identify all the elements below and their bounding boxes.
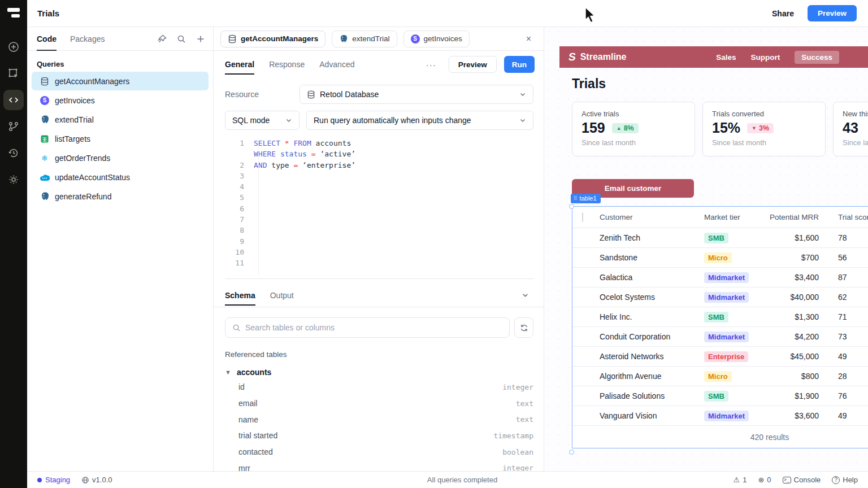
query-item-generateRefund[interactable]: generateRefund xyxy=(32,187,209,206)
subtab-advanced[interactable]: Advanced xyxy=(319,51,354,78)
snowflake-icon: ❄ xyxy=(40,153,50,163)
plus-icon[interactable] xyxy=(196,34,205,43)
caret-down-icon: ▼ xyxy=(225,369,231,376)
schema-field-mrr[interactable]: mrrinteger xyxy=(214,460,544,471)
retool-logo-icon[interactable] xyxy=(7,8,20,18)
sql-code-editor[interactable]: 1SELECT * FROM accountsWHERE status = ‘a… xyxy=(225,138,533,275)
customers-table[interactable]: Customer Market tier Potential MRR Trial… xyxy=(572,206,868,448)
history-icon[interactable] xyxy=(3,143,24,163)
nav-link-sales[interactable]: Sales xyxy=(716,53,736,62)
chevron-down-icon xyxy=(285,117,292,124)
schema-table-accounts[interactable]: ▼ accounts xyxy=(225,368,544,377)
queries-status-text: All queries completed xyxy=(377,476,547,484)
schema-search-input[interactable]: Search tables or columns xyxy=(225,317,510,338)
nav-link-support[interactable]: Support xyxy=(750,53,780,62)
queries-panel-tabbar: Code Packages xyxy=(27,27,213,51)
nav-link-success[interactable]: Success xyxy=(795,51,839,64)
tab-code[interactable]: Code xyxy=(37,27,57,51)
table-row[interactable]: Conduit CorporationMidmarket$4,20073 xyxy=(572,327,868,347)
overflow-menu-icon[interactable]: ··· xyxy=(420,60,442,69)
query-preview-button[interactable]: Preview xyxy=(449,56,497,73)
query-mode-select[interactable]: SQL mode xyxy=(225,111,300,130)
code-line: 5 xyxy=(225,192,533,203)
stat-card-active-trials: Active trials159▲8%Since last month xyxy=(572,102,695,156)
editor-tab-extendTrial[interactable]: extendTrial xyxy=(332,30,397,47)
settings-gear-icon[interactable] xyxy=(3,169,24,190)
globe-icon xyxy=(81,476,89,484)
schema-field-id[interactable]: idinteger xyxy=(214,379,544,395)
code-icon[interactable] xyxy=(3,90,24,110)
share-button[interactable]: Share xyxy=(765,5,801,22)
help-button[interactable]: ? Help xyxy=(832,476,858,484)
resource-select[interactable]: Retool Database xyxy=(300,85,533,104)
table-row[interactable]: Ocelot SystemsMidmarket$40,00062 xyxy=(572,287,868,307)
query-item-label: getOrderTrends xyxy=(55,154,110,163)
table1-selection-tag[interactable]: ⠿ table1 xyxy=(571,194,601,203)
preview-app-button[interactable]: Preview xyxy=(808,5,857,21)
tab-output[interactable]: Output xyxy=(270,282,294,309)
table-row[interactable]: Helix Inc.SMB$1,30071 xyxy=(572,307,868,327)
table-row[interactable]: Asteroid NetworksEnterprise$45,00049 xyxy=(572,347,868,367)
collapse-chevron-icon[interactable] xyxy=(516,291,535,299)
stats-row: Active trials159▲8%Since last monthTrial… xyxy=(572,102,868,156)
query-item-listTargets[interactable]: listTargets xyxy=(32,129,209,148)
branch-icon[interactable] xyxy=(3,116,24,137)
pin-icon[interactable] xyxy=(158,34,167,43)
editor-tab-getInvoices[interactable]: SgetInvoices xyxy=(403,30,470,47)
cell-score: 28 xyxy=(819,372,868,381)
schema-field-trial started[interactable]: trial startedtimestamp xyxy=(214,428,544,444)
errors-indicator[interactable]: ⊗ 0 xyxy=(758,476,771,484)
schema-field-contacted[interactable]: contactedboolean xyxy=(214,444,544,460)
table-row[interactable]: Algorithm AvenueMicro$80028 xyxy=(572,367,868,386)
code-line: 6 xyxy=(225,203,533,214)
warning-icon: ⚠ xyxy=(734,476,740,484)
col-header-market-tier[interactable]: Market tier xyxy=(704,213,761,221)
table-row[interactable]: Palisade SolutionsSMB$1,90076 xyxy=(572,386,868,406)
table-row[interactable]: Zenith TechSMB$1,60078 xyxy=(572,228,868,248)
mode-value: SQL mode xyxy=(232,116,270,125)
add-icon[interactable] xyxy=(3,37,24,57)
cell-customer: Vanguard Vision xyxy=(600,411,704,420)
query-item-getOrderTrends[interactable]: ❄getOrderTrends xyxy=(32,149,209,167)
table-row[interactable]: Vanguard VisionMidmarket$3,60049 xyxy=(572,406,868,426)
editor-tab-getAccountManagers[interactable]: getAccountManagers xyxy=(220,30,326,47)
subtab-response[interactable]: Response xyxy=(269,51,305,78)
table-row[interactable]: SandstoneMicro$70056 xyxy=(572,248,868,268)
select-all-checkbox[interactable] xyxy=(582,212,583,222)
version-indicator[interactable]: v1.0.0 xyxy=(81,476,112,484)
col-header-customer[interactable]: Customer xyxy=(600,213,704,221)
search-icon[interactable] xyxy=(177,34,186,43)
run-trigger-select[interactable]: Run query automatically when inputs chan… xyxy=(306,111,533,130)
col-header-trial-score[interactable]: Trial score xyxy=(819,213,868,221)
subtab-general[interactable]: General xyxy=(225,51,254,78)
tab-packages[interactable]: Packages xyxy=(70,27,105,51)
query-item-getInvoices[interactable]: SgetInvoices xyxy=(32,91,209,110)
close-tab-icon[interactable]: × xyxy=(522,32,536,46)
resize-handle[interactable] xyxy=(569,204,574,209)
query-item-getAccountManagers[interactable]: getAccountManagers xyxy=(32,72,209,90)
cell-customer: Ocelot Systems xyxy=(600,293,704,302)
top-header: Trials Share Preview xyxy=(27,0,868,27)
schema-field-email[interactable]: emailtext xyxy=(214,395,544,412)
resize-handle[interactable] xyxy=(569,450,574,455)
components-icon[interactable] xyxy=(3,63,24,84)
query-item-extendTrial[interactable]: extendTrial xyxy=(32,110,209,129)
tier-badge: SMB xyxy=(704,391,728,402)
query-item-updateAccountStatus[interactable]: updateAccountStatus xyxy=(32,168,209,186)
salesforce-icon xyxy=(40,172,50,182)
table-row[interactable]: GalacticaMidmarket$3,40087 xyxy=(572,268,868,287)
cell-score: 49 xyxy=(819,411,868,420)
tier-badge: Midmarket xyxy=(704,292,749,303)
resource-value: Retool Database xyxy=(320,90,379,99)
warnings-indicator[interactable]: ⚠ 1 xyxy=(734,476,747,484)
run-query-button[interactable]: Run xyxy=(504,56,535,73)
tab-schema[interactable]: Schema xyxy=(225,282,255,309)
environment-selector[interactable]: Staging xyxy=(45,476,70,484)
app-canvas: S Streamline SalesSupportSuccess Trials … xyxy=(544,27,868,471)
chevron-down-icon xyxy=(519,117,526,124)
col-header-potential-mrr[interactable]: Potential MRR xyxy=(761,213,819,221)
table-header-row: Customer Market tier Potential MRR Trial… xyxy=(572,207,868,228)
schema-field-name[interactable]: nametext xyxy=(214,411,544,428)
refresh-schema-button[interactable] xyxy=(514,317,533,338)
console-button[interactable]: >_ Console xyxy=(783,476,821,484)
